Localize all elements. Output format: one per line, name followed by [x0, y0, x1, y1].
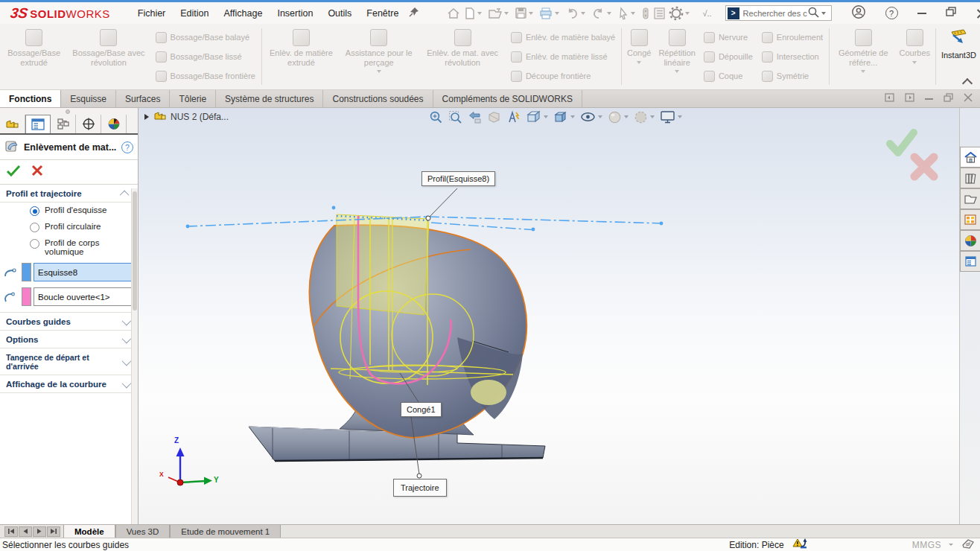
reference-geometry-caret[interactable] [861, 70, 865, 73]
minimize-button[interactable] [917, 13, 926, 14]
redo-caret[interactable] [607, 12, 611, 15]
configurationmanager-tab[interactable] [51, 115, 76, 133]
search-magnifier-icon[interactable] [807, 6, 820, 21]
feature-tree-flyout[interactable]: NUS 2 (Défa... [144, 110, 229, 124]
taskpane-home-tab[interactable] [960, 147, 980, 168]
tab-modele[interactable]: Modèle [63, 525, 115, 538]
pane-split-left-icon[interactable] [885, 93, 894, 104]
display-style-icon[interactable] [553, 109, 575, 124]
linear-pattern-button[interactable]: Répétition linéaire [655, 25, 699, 88]
panel-splitter[interactable] [0, 108, 138, 115]
featuremanager-tab[interactable] [0, 115, 25, 133]
tab-etude-mouvement[interactable]: Etude de mouvement 1 [170, 525, 281, 538]
fillet-callout[interactable]: Congé1 [401, 402, 442, 417]
menu-affichage[interactable]: Affichage [217, 4, 270, 22]
tab-systeme-structures[interactable]: Système de structures [216, 90, 323, 107]
menu-outils[interactable]: Outils [321, 4, 358, 22]
confirm-cancel-watermark-icon[interactable] [910, 153, 938, 183]
tab-fonctions[interactable]: Fonctions [0, 90, 61, 107]
rebuild-warning-icon[interactable] [792, 538, 808, 551]
intersect-button[interactable]: Intersection [757, 47, 827, 66]
boss-sweep-button[interactable]: Bossage/Base balayé [151, 28, 260, 47]
restore-button[interactable] [946, 7, 957, 19]
displaymanager-tab[interactable] [101, 115, 127, 133]
propertymanager-tab[interactable] [25, 115, 51, 133]
cut-revolve-button[interactable]: Enlèv. de mat. avec révolution [419, 25, 506, 88]
doc-restore-icon[interactable] [944, 93, 953, 104]
view-orientation-caret[interactable] [544, 115, 548, 118]
cut-loft-button[interactable]: Enlèv. de matière lissé [506, 47, 620, 66]
view-settings-icon[interactable] [660, 110, 682, 124]
redo-icon[interactable] [591, 5, 615, 22]
cut-boundary-button[interactable]: Découpe frontière [506, 66, 620, 86]
account-icon[interactable] [851, 4, 866, 22]
group-affichage-courbure[interactable]: Affichage de la courbure [0, 375, 138, 393]
prev-tab-icon[interactable] [19, 526, 32, 537]
rib-button[interactable]: Nervure [699, 28, 757, 47]
radio-icon[interactable] [30, 239, 39, 249]
pane-split-right-icon[interactable] [905, 93, 914, 104]
search-caret[interactable] [821, 12, 826, 15]
curves-button[interactable]: Courbes [896, 25, 935, 88]
toolbar-overflow[interactable]: √.. [702, 9, 711, 18]
graphics-viewport[interactable]: NUS 2 (Défa... Profil(Esquisse8) Congé1 … [139, 108, 959, 524]
hide-show-caret[interactable] [598, 115, 602, 118]
file-explorer-tab[interactable] [960, 188, 980, 209]
trajectory-callout[interactable]: Trajectoire [393, 479, 447, 497]
section-view-icon[interactable] [487, 110, 501, 124]
menu-fenetre[interactable]: Fenêtre [360, 4, 405, 22]
units-selector[interactable]: MMGS [912, 540, 941, 550]
last-tab-icon[interactable] [47, 526, 60, 537]
pin-menu-icon[interactable] [408, 6, 420, 20]
search-input[interactable] [743, 9, 807, 18]
radio-selected-icon[interactable] [30, 206, 39, 216]
home-icon[interactable] [445, 5, 462, 22]
save-icon[interactable] [514, 5, 537, 22]
hole-wizard-caret[interactable] [377, 70, 381, 73]
doc-minimize-icon[interactable] [925, 98, 933, 100]
chevron-down-icon[interactable] [122, 356, 132, 366]
group-tangence[interactable]: Tangence de départ et d'arrivée [0, 348, 138, 375]
chevron-down-icon[interactable] [122, 334, 132, 343]
tab-constructions-soudees[interactable]: Constructions soudées [323, 90, 433, 107]
dimxpertmanager-tab[interactable] [76, 115, 101, 133]
help-icon[interactable]: ? [885, 7, 898, 19]
select-caret[interactable] [631, 12, 635, 15]
chevron-down-icon[interactable] [122, 316, 132, 325]
view-settings-caret[interactable] [678, 115, 682, 118]
undo-caret[interactable] [581, 12, 585, 15]
property-help-icon[interactable]: ? [121, 141, 133, 153]
display-style-caret[interactable] [570, 115, 575, 118]
draft-button[interactable]: Dépouille [699, 47, 757, 66]
radio-icon[interactable] [30, 223, 39, 232]
view-orientation-icon[interactable] [526, 109, 548, 124]
chevron-down-icon[interactable] [122, 378, 132, 388]
print-icon[interactable] [538, 5, 563, 22]
group-profil-trajectoire[interactable]: Profil et trajectoire [0, 185, 138, 203]
curves-caret[interactable] [912, 61, 917, 64]
reference-geometry-button[interactable]: Géométrie de référe... [831, 25, 896, 88]
tab-surfaces[interactable]: Surfaces [116, 90, 170, 107]
menu-edition[interactable]: Edition [174, 4, 215, 22]
print-caret[interactable] [555, 12, 559, 15]
profile-field[interactable]: Esquisse8 [34, 263, 133, 281]
open-document-caret[interactable] [504, 12, 509, 15]
instant3d-button[interactable]: Instant3D [938, 25, 980, 88]
wrap-button[interactable]: Enroulement [757, 28, 827, 47]
apply-scene-icon[interactable] [634, 110, 655, 124]
tab-vues-3d[interactable]: Vues 3D [115, 525, 171, 538]
cut-sweep-button[interactable]: Enlèv. de matière balayé [506, 28, 620, 47]
undo-icon[interactable] [564, 5, 589, 22]
tag-icon[interactable] [961, 538, 976, 551]
settings-gear-icon[interactable] [668, 4, 693, 22]
radio-profil-circulaire[interactable]: Profil circulaire [0, 219, 138, 235]
boss-extrude-button[interactable]: Bossage/Base extrudé [1, 25, 66, 88]
boss-revolve-button[interactable]: Bossage/Base avec révolution [66, 25, 150, 88]
custom-properties-tab[interactable] [960, 251, 980, 272]
group-options[interactable]: Options [0, 331, 138, 348]
appearances-tab[interactable] [960, 230, 980, 251]
shell-button[interactable]: Coque [699, 66, 757, 86]
cancel-x-icon[interactable] [31, 165, 43, 179]
hide-show-items-icon[interactable] [580, 110, 602, 124]
panel-scrollbar[interactable] [131, 188, 138, 524]
